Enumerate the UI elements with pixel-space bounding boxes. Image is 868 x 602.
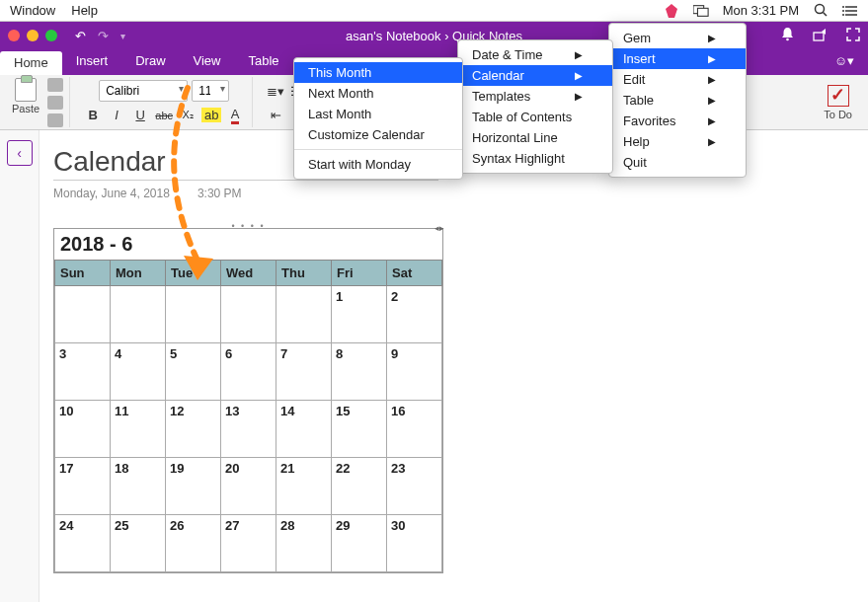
calendar-cell[interactable]: 23: [387, 458, 442, 515]
undo-icon[interactable]: ↶: [75, 29, 86, 43]
zoom-window-icon[interactable]: [45, 30, 57, 41]
share-icon[interactable]: [813, 28, 829, 44]
calendar-cell[interactable]: 19: [166, 458, 221, 515]
tab-home[interactable]: Home: [0, 51, 62, 75]
font-size-select[interactable]: [192, 80, 229, 102]
menu-item-table-of-contents[interactable]: Table of Contents: [458, 107, 612, 127]
calendar-cell[interactable]: 22: [332, 458, 387, 515]
menu-item-last-month[interactable]: Last Month: [294, 104, 462, 124]
tab-table[interactable]: Table: [235, 49, 293, 75]
copy-icon[interactable]: [47, 96, 63, 110]
calendar-cell[interactable]: 11: [111, 401, 166, 458]
svg-rect-2: [697, 8, 708, 16]
back-button[interactable]: ‹: [7, 140, 33, 166]
underline-button[interactable]: U: [129, 106, 151, 125]
calendar-cell[interactable]: 9: [387, 343, 442, 401]
fullscreen-icon[interactable]: [846, 28, 860, 44]
menu-item-favorites[interactable]: Favorites▶: [609, 111, 746, 131]
cut-icon[interactable]: [47, 78, 63, 92]
calendar-container[interactable]: • • • • ◂▸ 2018 - 6 SunMonTueWedThuFriSa…: [53, 228, 443, 573]
calendar-cell[interactable]: 14: [276, 401, 332, 458]
menu-item-date-time[interactable]: Date & Time▶: [458, 44, 612, 65]
subscript-button[interactable]: X₂: [177, 106, 198, 125]
highlight-button[interactable]: ab: [200, 106, 222, 125]
calendar-cell[interactable]: 27: [221, 515, 276, 572]
close-window-icon[interactable]: [8, 30, 20, 41]
calendar-cell[interactable]: [111, 286, 166, 343]
calendar-cell[interactable]: 15: [332, 401, 387, 458]
menu-item-next-month[interactable]: Next Month: [294, 83, 462, 104]
outdent-button[interactable]: ⇤: [265, 106, 286, 125]
calendar-cell[interactable]: 12: [166, 401, 221, 458]
tab-draw[interactable]: Draw: [121, 49, 179, 75]
menu-item-help[interactable]: Help▶: [609, 131, 746, 152]
calendar-cell[interactable]: [221, 286, 276, 343]
paste-button[interactable]: Paste: [12, 78, 39, 114]
spotlight-icon[interactable]: [813, 3, 829, 19]
notifications-icon[interactable]: [780, 27, 795, 44]
menubar-clock[interactable]: Mon 3:31 PM: [723, 3, 799, 18]
menu-item-insert[interactable]: Insert▶: [609, 48, 746, 69]
calendar-cell[interactable]: 4: [111, 343, 166, 401]
strike-button[interactable]: abc: [153, 106, 175, 125]
calendar-cell[interactable]: 6: [221, 343, 276, 401]
tab-view[interactable]: View: [180, 49, 235, 75]
calendar-cell[interactable]: 18: [111, 458, 166, 515]
menu-item-quit[interactable]: Quit: [609, 152, 746, 173]
weekday-header: Sat: [387, 261, 442, 286]
displays-icon[interactable]: [693, 3, 709, 19]
calendar-cell[interactable]: 3: [55, 343, 111, 401]
page-canvas[interactable]: Calendar Monday, June 4, 2018 3:30 PM • …: [39, 130, 868, 602]
menu-item-templates[interactable]: Templates▶: [458, 86, 612, 107]
menu-item-customize-calendar[interactable]: Customize Calendar: [294, 124, 462, 145]
calendar-cell[interactable]: 25: [111, 515, 166, 572]
calendar-cell[interactable]: [276, 286, 332, 343]
calendar-cell[interactable]: 29: [332, 515, 387, 572]
calendar-cell[interactable]: 28: [276, 515, 332, 572]
calendar-cell[interactable]: 8: [332, 343, 387, 401]
redo-icon[interactable]: ↷: [98, 29, 109, 43]
gem-menubar-icon[interactable]: [664, 3, 679, 19]
calendar-cell[interactable]: 21: [276, 458, 332, 515]
menu-item-gem[interactable]: Gem▶: [609, 28, 746, 48]
container-handle-icon[interactable]: • • • •: [231, 221, 265, 231]
calendar-cell[interactable]: 20: [221, 458, 276, 515]
menu-item-table[interactable]: Table▶: [609, 90, 746, 111]
font-name-select[interactable]: [99, 80, 188, 102]
menu-item-label: Last Month: [308, 107, 371, 121]
tab-insert[interactable]: Insert: [62, 49, 122, 75]
minimize-window-icon[interactable]: [27, 30, 39, 41]
list-menubar-icon[interactable]: [842, 3, 858, 19]
menu-item-this-month[interactable]: This Month: [294, 62, 462, 83]
feedback-icon[interactable]: ☺▾: [821, 49, 868, 75]
calendar-cell[interactable]: [166, 286, 221, 343]
calendar-cell[interactable]: 24: [55, 515, 111, 572]
menu-item-start-with-monday[interactable]: Start with Monday: [294, 154, 462, 175]
calendar-cell[interactable]: 7: [276, 343, 332, 401]
bold-button[interactable]: B: [82, 106, 104, 125]
todo-tag-button[interactable]: [828, 85, 849, 107]
italic-button[interactable]: I: [106, 106, 127, 125]
calendar-cell[interactable]: [55, 286, 111, 343]
menu-item-syntax-highlight[interactable]: Syntax Highlight: [458, 148, 612, 169]
calendar-cell[interactable]: 13: [221, 401, 276, 458]
calendar-cell[interactable]: 2: [387, 286, 442, 343]
calendar-cell[interactable]: 1: [332, 286, 387, 343]
bullets-button[interactable]: ≣▾: [265, 82, 286, 102]
calendar-cell[interactable]: 16: [387, 401, 442, 458]
menu-item-calendar[interactable]: Calendar▶: [458, 65, 612, 86]
calendar-cell[interactable]: 17: [55, 458, 111, 515]
calendar-cell[interactable]: 30: [387, 515, 442, 572]
format-painter-icon[interactable]: [47, 113, 63, 127]
todo-label: To Do: [824, 109, 852, 120]
titlebar-more-icon[interactable]: ▾: [120, 31, 125, 41]
menu-help[interactable]: Help: [71, 3, 98, 18]
container-collapse-icon[interactable]: ◂▸: [434, 223, 444, 233]
font-color-button[interactable]: A: [224, 106, 246, 125]
calendar-cell[interactable]: 5: [166, 343, 221, 401]
calendar-cell[interactable]: 10: [55, 401, 111, 458]
menu-item-horizontal-line[interactable]: Horizontal Line: [458, 127, 612, 148]
calendar-cell[interactable]: 26: [166, 515, 221, 572]
menu-window[interactable]: Window: [10, 3, 55, 18]
menu-item-edit[interactable]: Edit▶: [609, 69, 746, 90]
